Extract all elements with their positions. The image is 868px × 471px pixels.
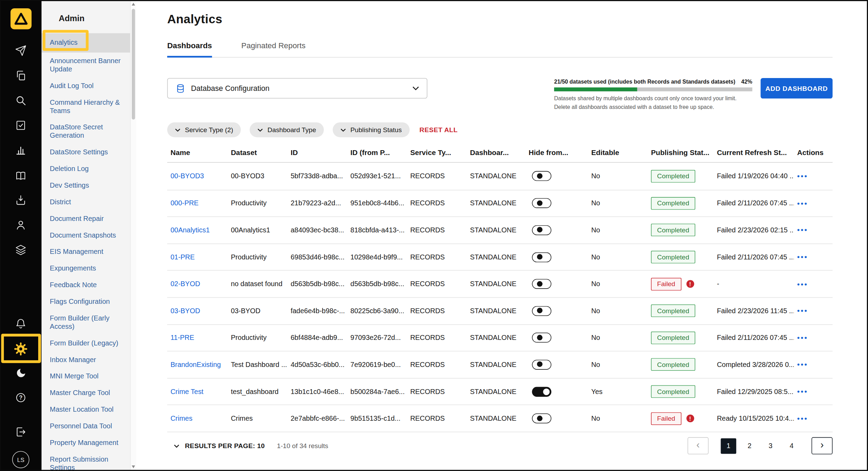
tab-dashboards[interactable]: Dashboards xyxy=(167,41,212,58)
hide-from-toggle[interactable] xyxy=(532,306,551,316)
results-per-page[interactable]: RESULTS PER PAGE: 10 xyxy=(185,442,265,450)
sidebar-item-dev-settings[interactable]: Dev Settings xyxy=(42,177,130,194)
hide-from-toggle[interactable] xyxy=(532,171,551,181)
filter-chip-dashboard-type[interactable]: Dashboard Type xyxy=(250,122,324,137)
row-actions-button[interactable]: ••• xyxy=(797,199,808,207)
dashboard-name-link[interactable]: 02-BYOD xyxy=(170,280,200,288)
sidebar-item-eis-management[interactable]: EIS Management xyxy=(42,243,130,260)
chevron-down-icon xyxy=(175,128,180,131)
prev-page-button[interactable]: ‹ xyxy=(688,437,709,454)
scrollbar-down-arrow[interactable] xyxy=(132,465,135,468)
notifications-bell-icon[interactable] xyxy=(0,317,42,330)
help-icon[interactable]: ? xyxy=(0,391,42,404)
hide-from-toggle[interactable] xyxy=(532,387,551,397)
sidebar-item-datastore-settings[interactable]: DataStore Settings xyxy=(42,144,130,161)
dashboard-type-cell: STANDALONE xyxy=(467,280,525,288)
bar-chart-icon[interactable] xyxy=(0,143,42,156)
sidebar-item-form-builder-early-access[interactable]: Form Builder (Early Access) xyxy=(42,310,130,335)
dashboard-name-link[interactable]: BrandonExisting xyxy=(170,361,221,368)
row-actions-button[interactable]: ••• xyxy=(797,360,808,369)
sidebar-item-report-submission-settings[interactable]: Report Submission Settings xyxy=(42,451,130,471)
row-actions-button[interactable]: ••• xyxy=(797,414,808,423)
sidebar-item-master-charge-tool[interactable]: Master Charge Tool xyxy=(42,385,130,401)
sidebar-item-analytics[interactable]: Analytics xyxy=(42,33,130,53)
row-actions-button[interactable]: ••• xyxy=(797,172,808,180)
row-actions-button[interactable]: ••• xyxy=(797,280,808,288)
export-icon[interactable] xyxy=(0,193,42,206)
sidebar-item-flags-configuration[interactable]: Flags Configuration xyxy=(42,293,130,310)
sidebar-item-personnel-data-tool[interactable]: Personnel Data Tool xyxy=(42,418,130,435)
id-cell: fade6e4b-b98c-... xyxy=(287,307,347,315)
sidebar-item-audit-log-tool[interactable]: Audit Log Tool xyxy=(42,77,130,94)
sidebar-item-feedback-note[interactable]: Feedback Note xyxy=(42,277,130,293)
row-actions-button[interactable]: ••• xyxy=(797,334,808,342)
filter-chip-label: Publishing Status xyxy=(350,126,402,134)
hide-from-toggle[interactable] xyxy=(532,225,551,235)
next-page-button[interactable]: › xyxy=(811,437,833,454)
sidebar-item-master-location-tool[interactable]: Master Location Tool xyxy=(42,401,130,418)
settings-gear-icon[interactable] xyxy=(0,342,42,356)
filter-chip-publishing-status[interactable]: Publishing Status xyxy=(333,122,409,137)
sidebar-item-property-management[interactable]: Property Management xyxy=(42,435,130,451)
id-from-parent-cell: 818cbfda-a413-... xyxy=(347,226,407,234)
dashboard-name-link[interactable]: Crime Test xyxy=(170,388,203,395)
service-type-cell: RECORDS xyxy=(407,361,467,368)
tab-paginated-reports[interactable]: Paginated Reports xyxy=(241,41,306,58)
search-icon[interactable] xyxy=(0,94,42,107)
hide-from-toggle[interactable] xyxy=(532,333,551,343)
sidebar-item-district[interactable]: District xyxy=(42,194,130,210)
sidebar-item-mni-merge-tool[interactable]: MNI Merge Tool xyxy=(42,368,130,385)
dashboard-name-link[interactable]: 11-PRE xyxy=(170,334,194,342)
dashboard-name-link[interactable]: 01-PRE xyxy=(170,253,195,261)
hide-from-toggle[interactable] xyxy=(532,252,551,262)
sidebar-item-expungements[interactable]: Expungements xyxy=(42,260,130,277)
sidebar-item-inbox-manager[interactable]: Inbox Manager xyxy=(42,351,130,368)
row-actions-button[interactable]: ••• xyxy=(797,387,808,396)
sidebar-item-form-builder-legacy[interactable]: Form Builder (Legacy) xyxy=(42,335,130,351)
page-button-3[interactable]: 3 xyxy=(763,438,778,454)
sidebar-scrollbar[interactable] xyxy=(130,0,136,471)
page-button-2[interactable]: 2 xyxy=(742,438,757,454)
dashboard-name-link[interactable]: 00-BYOD3 xyxy=(170,172,204,180)
service-type-cell: RECORDS xyxy=(407,253,467,261)
row-actions-button[interactable]: ••• xyxy=(797,307,808,315)
sidebar-item-command-hierarchy-teams[interactable]: Command Hierarchy & Teams xyxy=(42,94,130,119)
tasks-icon[interactable] xyxy=(0,118,42,131)
sidebar-item-deletion-log[interactable]: Deletion Log xyxy=(42,161,130,177)
id-cell: 13b1c1c0-46e8... xyxy=(287,388,347,395)
add-dashboard-button[interactable]: ADD DASHBOARD xyxy=(760,78,832,99)
page-button-1[interactable]: 1 xyxy=(721,438,737,454)
library-icon[interactable] xyxy=(0,169,42,182)
dashboard-name-link[interactable]: 03-BYOD xyxy=(170,307,200,315)
hide-from-toggle[interactable] xyxy=(532,413,551,423)
editable-cell: Yes xyxy=(588,388,648,395)
row-actions-button[interactable]: ••• xyxy=(797,253,808,261)
send-icon[interactable] xyxy=(0,44,42,57)
layers-icon[interactable] xyxy=(0,243,42,256)
app-logo[interactable] xyxy=(10,8,32,29)
person-icon[interactable] xyxy=(0,218,42,231)
sidebar-item-document-repair[interactable]: Document Repair xyxy=(42,210,130,227)
sidebar-item-datastore-secret-generation[interactable]: DataStore Secret Generation xyxy=(42,119,130,144)
page-button-4[interactable]: 4 xyxy=(784,438,799,454)
dashboard-name-link[interactable]: 000-PRE xyxy=(170,199,198,207)
scrollbar-up-arrow[interactable] xyxy=(132,3,135,6)
user-avatar[interactable]: LS xyxy=(12,451,29,468)
row-actions-button[interactable]: ••• xyxy=(797,226,808,234)
dashboard-name-link[interactable]: 00Analytics1 xyxy=(170,226,210,234)
dataset-dropdown[interactable]: Database Configuration xyxy=(167,78,427,99)
logout-icon[interactable] xyxy=(0,425,42,438)
scrollbar-thumb[interactable] xyxy=(132,9,135,120)
hide-from-toggle[interactable] xyxy=(532,198,551,208)
id-from-parent-cell: 7e920619-be0... xyxy=(347,361,407,368)
sidebar-item-document-snapshots[interactable]: Document Snapshots xyxy=(42,227,130,243)
hide-from-toggle[interactable] xyxy=(532,279,551,289)
filter-chip-service-type-2[interactable]: Service Type (2) xyxy=(167,122,241,137)
documents-icon[interactable] xyxy=(0,69,42,82)
hide-from-toggle[interactable] xyxy=(532,360,551,370)
dark-mode-moon-icon[interactable] xyxy=(0,366,42,379)
dashboard-name-link[interactable]: Crimes xyxy=(170,414,192,422)
editable-cell: No xyxy=(588,414,648,422)
reset-all-button[interactable]: RESET ALL xyxy=(419,126,458,134)
sidebar-item-announcement-banner-update[interactable]: Announcement Banner Update xyxy=(42,53,130,78)
